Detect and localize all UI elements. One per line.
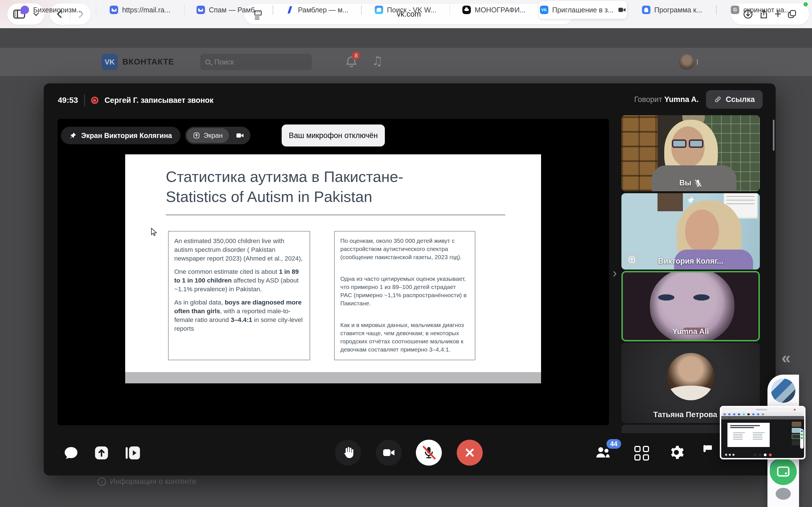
- tab-screenshot[interactable]: G скриншот на...: [716, 0, 805, 20]
- pip-icon: [703, 445, 706, 452]
- chat-bubble-icon: [776, 488, 791, 500]
- link-icon: [714, 96, 722, 103]
- participant-tile-you[interactable]: Вы: [621, 115, 760, 191]
- tab-bar: Бихевиоризм... https://mail.ra... Спам —…: [0, 0, 812, 20]
- participant-tile-yumna[interactable]: Yumna Ali: [621, 271, 760, 341]
- mic-slash-icon: [421, 445, 437, 460]
- screenshot-preview-window[interactable]: [720, 406, 806, 459]
- recording-icon: [91, 97, 98, 104]
- screen-share-stage: Экран Виктория Колягина Экран Ваш микроф…: [57, 119, 609, 425]
- screen: vk.com + Бихевиоризм... https://mail.ra.…: [0, 0, 812, 507]
- info-icon: i: [98, 477, 106, 486]
- slide-textbox-english: An estimated 350,000 children live with …: [168, 231, 310, 360]
- watch-together-button[interactable]: [124, 445, 141, 461]
- call-secondary-controls: [63, 445, 141, 461]
- pinned-participant-icon: [687, 196, 695, 205]
- cloud-favicon-icon: [462, 6, 471, 14]
- camera-icon: [382, 446, 396, 459]
- participant-name: Вы: [621, 179, 760, 187]
- hand-icon: [341, 446, 355, 459]
- pinned-screen-pill[interactable]: Экран Виктория Колягина: [61, 127, 181, 144]
- tab-monograph[interactable]: МОНОГРАФИ...: [450, 0, 538, 20]
- grid-icon: [635, 446, 649, 460]
- slide-title-rule: [166, 215, 505, 215]
- tab-spam[interactable]: Спам — Рамб...: [185, 0, 273, 20]
- dock-collapse-chevron[interactable]: «: [781, 348, 791, 367]
- tab-call-invitation[interactable]: VK Приглашение в з...: [539, 1, 627, 19]
- search-icon: [205, 59, 210, 64]
- mic-muted-tooltip: Ваш микрофон отключён: [282, 124, 385, 147]
- participant-avatar: [667, 353, 714, 400]
- ghost-favicon-icon: [642, 6, 651, 14]
- grid-view-button[interactable]: [635, 446, 649, 460]
- sidebar-collapse-chevron[interactable]: ›: [613, 266, 617, 280]
- call-link-button[interactable]: Ссылка: [706, 90, 763, 109]
- segment-camera[interactable]: [236, 131, 244, 140]
- speaking-indicator: Говорит Yumna A.: [634, 95, 699, 104]
- pip-toolbar: [721, 407, 804, 412]
- mail-favicon-icon: [110, 6, 118, 14]
- chat-button[interactable]: [63, 445, 79, 460]
- call-header-right: Говорит Yumna A. Ссылка: [634, 90, 763, 109]
- mouse-cursor: [149, 227, 159, 237]
- contact-avatar[interactable]: [771, 379, 795, 403]
- recording-text: Сергей Г. записывает звонок: [105, 96, 213, 105]
- participant-name: Виктория Коляг...: [621, 257, 760, 266]
- vk-logo[interactable]: VK: [101, 54, 118, 70]
- segment-screen[interactable]: Экран: [187, 128, 229, 143]
- pip-vk-bar: [721, 416, 804, 419]
- call-timer: 49:53: [58, 96, 78, 105]
- slide-textbox-russian: По оценкам, около 350 000 детей живут с …: [334, 231, 475, 360]
- search-placeholder: Поиск: [214, 58, 234, 66]
- avatar[interactable]: [679, 54, 695, 70]
- screen-share-icon: [193, 132, 200, 139]
- participants-count-badge: 44: [606, 439, 621, 449]
- raise-hand-button[interactable]: [335, 440, 361, 466]
- call-header-left: 49:53 Сергей Г. записывает звонок: [58, 92, 213, 109]
- pin-icon: [69, 132, 77, 139]
- vk-favicon-icon: VK: [540, 6, 548, 14]
- camera-button[interactable]: [376, 440, 402, 466]
- slide-bottom-strip: [125, 372, 541, 383]
- mail-favicon-icon: [197, 6, 205, 14]
- microphone-button-muted[interactable]: [416, 440, 442, 466]
- presentation-slide: Статистика аутизма в Пакистане- Statisti…: [125, 154, 541, 372]
- messenger-favicon-icon: [375, 6, 383, 14]
- g-favicon-icon: G: [731, 6, 739, 14]
- header-divider: [84, 94, 85, 106]
- drop-favicon-icon: [20, 6, 29, 14]
- rambler-favicon-icon: [286, 6, 294, 14]
- pip-call-area: [721, 419, 804, 458]
- tab-mail[interactable]: https://mail.ra...: [96, 0, 185, 20]
- participants-button[interactable]: 44: [594, 444, 612, 460]
- sidebar-scrollbar[interactable]: [773, 120, 774, 151]
- chat-bubble-button[interactable]: [775, 487, 792, 501]
- notifications-badge: 8: [352, 51, 360, 60]
- call-window: 49:53 Сергей Г. записывает звонок Говори…: [44, 83, 776, 475]
- profile-menu-chevron[interactable]: [697, 59, 698, 64]
- end-call-button[interactable]: [457, 440, 483, 466]
- vk-top-bar: VK ВКОНТАКТЕ Поиск 8 ♫: [0, 48, 812, 76]
- settings-button[interactable]: [668, 445, 684, 460]
- tab-vk-search[interactable]: Поиск - VK W...: [361, 0, 450, 20]
- participant-name: Yumna Ali: [623, 327, 758, 336]
- device-icon: [777, 466, 790, 476]
- close-icon: [463, 446, 476, 459]
- tab-behaviorism[interactable]: Бихевиоризм...: [7, 0, 96, 20]
- gear-icon: [668, 445, 684, 460]
- pip-tabbar: [721, 412, 804, 416]
- slide-title: Статистика аутизма в Пакистане- Statisti…: [166, 167, 403, 207]
- vk-search-input[interactable]: Поиск: [200, 54, 312, 70]
- music-icon[interactable]: ♫: [371, 54, 383, 68]
- tab-rambler[interactable]: Рамблер — м...: [273, 0, 361, 20]
- device-link-button[interactable]: [770, 458, 797, 485]
- picture-in-picture-button[interactable]: [703, 446, 706, 451]
- share-screen-button[interactable]: [93, 445, 110, 461]
- tab-camera-icon: [618, 6, 626, 14]
- content-info-link[interactable]: i Информация о контенте: [98, 477, 196, 486]
- participant-tile-viktoria[interactable]: Виктория Коляг...: [621, 193, 760, 270]
- screen-camera-segmented-control: Экран: [185, 127, 250, 144]
- tab-program[interactable]: Программа к...: [627, 0, 716, 20]
- vk-wordmark[interactable]: ВКОНТАКТЕ: [122, 57, 174, 66]
